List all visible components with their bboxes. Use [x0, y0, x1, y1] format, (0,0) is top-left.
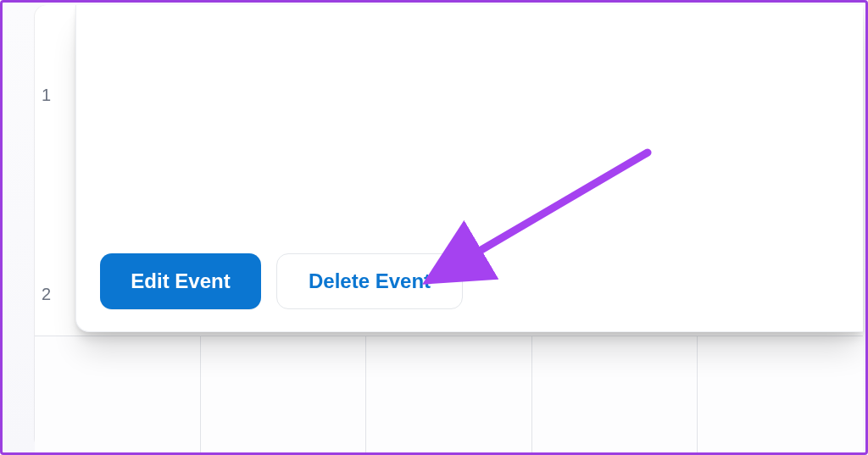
- calendar-cell[interactable]: [365, 336, 531, 455]
- screenshot-frame: 1 2 Edit Event Delete Event: [0, 0, 868, 455]
- calendar-grid-row: [35, 336, 863, 455]
- time-label-2: 2: [42, 285, 51, 304]
- event-modal: Edit Event Delete Event: [75, 5, 863, 332]
- modal-button-row: Edit Event Delete Event: [100, 253, 463, 309]
- calendar-cell[interactable]: [200, 336, 366, 455]
- calendar-cell[interactable]: [35, 336, 200, 455]
- calendar-cell[interactable]: [531, 336, 698, 455]
- delete-event-button[interactable]: Delete Event: [276, 253, 463, 309]
- time-label-1: 1: [42, 86, 51, 105]
- calendar-cell[interactable]: [697, 336, 863, 455]
- edit-event-button[interactable]: Edit Event: [100, 253, 261, 309]
